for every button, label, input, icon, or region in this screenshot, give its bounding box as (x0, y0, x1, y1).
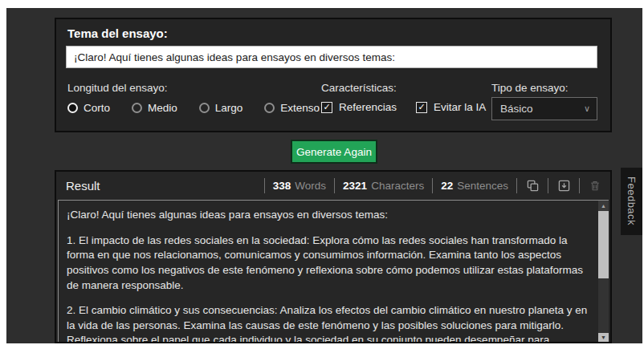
words-stat: 338 Words (273, 180, 326, 192)
topic-label: Tema del ensayo: (67, 26, 168, 40)
radio-unselected-icon (132, 103, 142, 113)
scroll-down-icon[interactable]: ▼ (598, 333, 609, 342)
characters-stat: 2321 Characters (343, 180, 424, 192)
characters-count: 2321 (343, 180, 367, 192)
download-icon[interactable] (556, 178, 571, 193)
scroll-up-icon[interactable]: ▲ (598, 201, 609, 211)
divider (432, 178, 433, 193)
checkbox-referencias[interactable]: ✓ Referencias (321, 101, 397, 113)
essay-form-panel: Tema del ensayo: Longitud del ensayo: Ca… (55, 18, 612, 132)
result-textarea[interactable]: ¡Claro! Aquí tienes algunas ideas para e… (58, 200, 609, 342)
sentences-label: Sentences (457, 180, 508, 192)
copy-icon[interactable] (525, 178, 540, 193)
radio-label: Corto (84, 102, 110, 114)
result-paragraph: ¡Claro! Aquí tienes algunas ideas para e… (67, 208, 589, 223)
type-group-label: Tipo de ensayo: (491, 82, 569, 94)
scrollbar-thumb[interactable] (598, 211, 609, 278)
result-paragraph: 1. El impacto de las redes sociales en l… (67, 233, 589, 294)
topic-input[interactable] (66, 46, 597, 68)
radio-medio[interactable]: Medio (132, 102, 177, 114)
length-radio-group: Corto Medio Largo Extenso (67, 102, 320, 114)
app-window: Tema del ensayo: Longitud del ensayo: Ca… (6, 8, 642, 343)
checkbox-checked-icon: ✓ (321, 102, 332, 113)
radio-selected-icon (67, 103, 78, 113)
trash-icon[interactable] (588, 178, 602, 193)
checkbox-label: Evitar la IA (434, 101, 486, 113)
result-scrollbar[interactable]: ▲ ▼ (598, 201, 609, 342)
features-group-label: Características: (321, 82, 397, 94)
sentences-count: 22 (441, 180, 453, 192)
result-stats: 338 Words 2321 Characters 22 Sentences (264, 178, 602, 193)
select-value: Básico (500, 103, 533, 115)
radio-corto[interactable]: Corto (67, 102, 110, 114)
length-group-label: Longitud del ensayo: (67, 82, 168, 94)
radio-label: Extenso (280, 102, 320, 114)
chevron-down-icon: ∨ (584, 103, 590, 114)
divider (516, 178, 517, 193)
words-count: 338 (273, 180, 291, 192)
result-paragraph: 2. El cambio climático y sus consecuenci… (67, 303, 589, 342)
radio-label: Medio (148, 102, 177, 114)
divider (264, 178, 265, 193)
result-header: Result 338 Words 2321 Characters 22 Sent… (56, 172, 610, 199)
radio-extenso[interactable]: Extenso (264, 102, 320, 114)
checkbox-label: Referencias (339, 101, 397, 113)
essay-type-select[interactable]: Básico ∨ (491, 97, 597, 120)
radio-largo[interactable]: Largo (199, 102, 243, 114)
checkmark-icon: ✓ (418, 103, 425, 112)
checkmark-icon: ✓ (323, 103, 330, 112)
checkbox-evitar-la-ia[interactable]: ✓ Evitar la IA (416, 101, 486, 113)
checkbox-checked-icon: ✓ (416, 102, 427, 113)
result-panel: Result 338 Words 2321 Characters 22 Sent… (55, 170, 612, 343)
sentences-stat: 22 Sentences (441, 180, 508, 192)
radio-label: Largo (215, 102, 243, 114)
radio-unselected-icon (199, 103, 210, 113)
divider (548, 178, 548, 193)
radio-unselected-icon (264, 103, 275, 113)
feedback-tab[interactable]: Feedback (621, 168, 642, 235)
divider (579, 178, 580, 193)
features-checkbox-group: ✓ Referencias ✓ Evitar la IA (321, 101, 486, 113)
generate-again-button[interactable]: Generate Again (291, 140, 377, 164)
result-title: Result (66, 179, 100, 193)
words-label: Words (295, 180, 326, 192)
characters-label: Characters (371, 180, 424, 192)
divider (334, 178, 335, 193)
